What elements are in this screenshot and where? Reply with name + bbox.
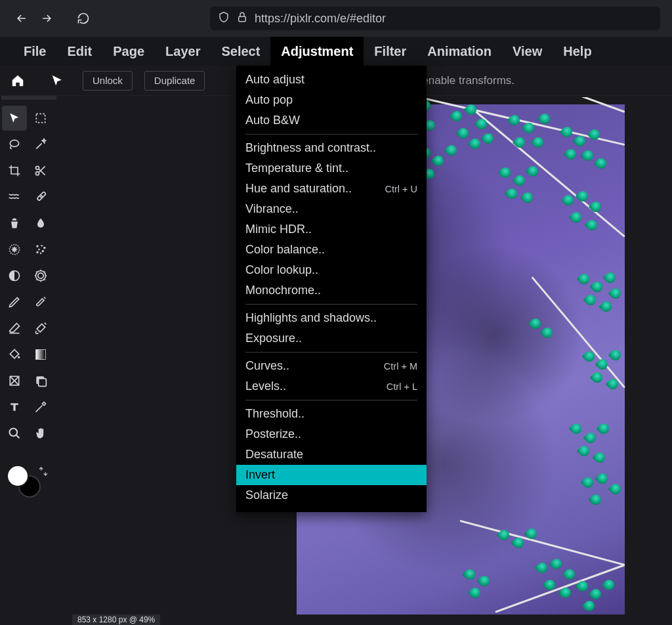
canvas-dimensions: 853 x 1280 px @ 49%	[77, 615, 155, 624]
svg-point-15	[38, 273, 43, 278]
menu-animation[interactable]: Animation	[417, 37, 502, 66]
dd-auto-pop[interactable]: Auto pop	[236, 90, 427, 110]
crop-tool[interactable]	[2, 158, 27, 183]
browser-toolbar: https://pixlr.com/e/#editor	[0, 0, 672, 37]
clone-tool[interactable]	[2, 211, 27, 236]
menu-page[interactable]: Page	[102, 37, 155, 66]
dd-threshold[interactable]: Threshold..	[236, 404, 427, 424]
arrow-right-icon	[40, 12, 53, 25]
menu-view[interactable]: View	[502, 37, 553, 66]
lasso-tool[interactable]	[2, 132, 27, 157]
svg-point-3	[36, 166, 39, 169]
reload-button[interactable]	[74, 9, 93, 28]
dd-desaturate[interactable]: Desaturate	[236, 444, 427, 465]
svg-point-17	[18, 356, 20, 358]
replace-tool[interactable]	[28, 368, 53, 393]
url-bar[interactable]: https://pixlr.com/e/#editor	[210, 7, 660, 30]
brush-tool[interactable]	[28, 290, 53, 314]
dd-vibrance[interactable]: Vibrance..	[236, 199, 427, 219]
reload-icon	[77, 12, 90, 25]
dd-exposure[interactable]: Exposure..	[236, 328, 427, 349]
svg-point-22	[10, 429, 18, 437]
dd-auto-bw[interactable]: Auto B&W	[236, 110, 427, 131]
main-menu-bar: File Edit Page Layer Select Adjustment F…	[0, 37, 672, 66]
hand-tool[interactable]	[28, 421, 53, 446]
dd-brightness[interactable]: Brightness and contrast..	[236, 138, 427, 158]
text-tool[interactable]	[2, 395, 27, 420]
menu-edit[interactable]: Edit	[56, 37, 102, 66]
duplicate-button[interactable]: Duplicate	[144, 71, 205, 91]
eraser-tool[interactable]	[2, 316, 27, 341]
dd-curves[interactable]: Curves..Ctrl + M	[236, 356, 427, 376]
move-tool[interactable]	[2, 106, 27, 131]
back-button[interactable]	[12, 9, 32, 28]
svg-rect-18	[36, 350, 46, 360]
paint-tool[interactable]	[28, 316, 53, 341]
svg-point-10	[38, 249, 40, 251]
adjustment-dropdown: Auto adjust Auto pop Auto B&W Brightness…	[236, 66, 427, 512]
forward-button[interactable]	[37, 9, 56, 28]
dd-sep	[245, 134, 417, 135]
menu-help[interactable]: Help	[553, 37, 602, 66]
svg-rect-0	[239, 16, 246, 22]
status-bar: 853 x 1280 px @ 49%	[72, 614, 160, 625]
shape-tool[interactable]	[2, 368, 27, 393]
marquee-tool[interactable]	[28, 106, 53, 131]
dodge-tool[interactable]	[2, 263, 27, 288]
svg-point-16	[36, 271, 46, 281]
pointer-indicator	[46, 70, 68, 92]
svg-point-13	[40, 253, 42, 255]
menu-file[interactable]: File	[13, 37, 56, 66]
scissors-tool[interactable]	[28, 158, 53, 183]
pointer-icon	[50, 74, 64, 88]
shield-icon	[218, 11, 230, 26]
svg-point-11	[42, 250, 44, 252]
svg-rect-1	[36, 114, 45, 122]
menu-select[interactable]: Select	[211, 37, 270, 66]
dd-invert[interactable]: Invert	[236, 465, 427, 485]
svg-point-9	[43, 247, 45, 249]
noise-tool[interactable]	[28, 237, 53, 262]
pen-tool[interactable]	[2, 290, 27, 314]
svg-rect-21	[39, 379, 47, 387]
heal-tool[interactable]	[28, 184, 53, 209]
dd-levels[interactable]: Levels..Ctrl + L	[236, 376, 427, 397]
dd-solarize[interactable]: Solarize	[236, 485, 427, 506]
menu-filter[interactable]: Filter	[364, 37, 417, 66]
dd-sep	[245, 352, 417, 353]
dd-sep	[245, 304, 417, 305]
unlock-button[interactable]: Unlock	[83, 71, 133, 91]
dd-color-lookup[interactable]: Color lookup..	[236, 260, 427, 280]
dd-highlights[interactable]: Highlights and shadows..	[236, 308, 427, 328]
dd-color-balance[interactable]: Color balance..	[236, 240, 427, 260]
svg-point-12	[36, 251, 38, 253]
blur-tool[interactable]	[28, 211, 53, 236]
lock-icon	[236, 11, 248, 26]
zoom-tool[interactable]	[2, 421, 27, 446]
svg-point-4	[36, 172, 39, 175]
dd-auto-adjust[interactable]: Auto adjust	[236, 70, 427, 90]
menu-layer[interactable]: Layer	[155, 37, 211, 66]
dd-temperature[interactable]: Temperature & tint..	[236, 158, 427, 179]
dd-hdr[interactable]: Mimic HDR..	[236, 219, 427, 240]
foreground-color[interactable]	[7, 465, 29, 487]
svg-point-2	[10, 140, 18, 146]
color-swatches	[7, 465, 46, 504]
swap-colors-icon[interactable]	[38, 466, 49, 479]
disperse-tool[interactable]	[2, 237, 27, 262]
dd-monochrome[interactable]: Monochrome..	[236, 280, 427, 301]
dd-hue[interactable]: Hue and saturation..Ctrl + U	[236, 179, 427, 199]
dd-posterize[interactable]: Posterize..	[236, 424, 427, 444]
liquify-tool[interactable]	[2, 184, 27, 209]
gradient-tool[interactable]	[28, 342, 53, 367]
fill-tool[interactable]	[2, 342, 27, 367]
svg-point-8	[41, 245, 42, 247]
home-icon	[10, 74, 25, 88]
wand-tool[interactable]	[28, 132, 53, 157]
left-toolbox	[0, 105, 55, 446]
home-button[interactable]	[7, 70, 29, 92]
sponge-tool[interactable]	[28, 263, 53, 288]
menu-adjustment[interactable]: Adjustment	[270, 37, 364, 66]
url-text: https://pixlr.com/e/#editor	[255, 12, 386, 26]
picker-tool[interactable]	[28, 395, 53, 420]
